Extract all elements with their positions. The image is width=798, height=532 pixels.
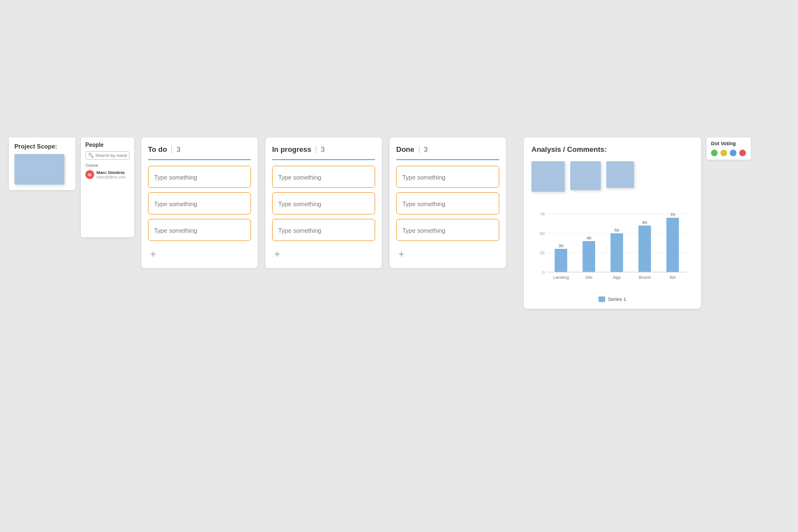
svg-text:App: App [613,275,621,280]
column-header: To do3 [148,145,251,154]
svg-text:25: 25 [540,250,545,255]
people-search-input[interactable] [95,153,127,158]
people-title: People [85,142,130,148]
person-email: marc@dims.com [96,175,126,179]
dots-row [711,150,746,156]
person-item: M Marc Dimitria marc@dims.com [85,170,130,179]
bar-chart: 025507530Landing40Site50App60Board70Bill [531,203,692,294]
kanban-card-input[interactable] [402,174,493,181]
kanban-card-1-0[interactable] [272,166,375,188]
people-online-label: Online [85,163,130,168]
column-title: To do [148,145,167,154]
svg-text:Site: Site [585,275,593,280]
dot-2[interactable] [730,150,736,156]
svg-text:30: 30 [559,243,564,248]
kanban-card-1-1[interactable] [272,192,375,214]
column-divider [419,146,420,154]
svg-rect-11 [582,241,595,272]
svg-text:0: 0 [543,270,545,275]
kanban-column-1: In progress3+ [265,137,382,268]
kanban-board: To do3+In progress3+Done3+ [141,137,506,268]
kanban-card-input[interactable] [154,174,245,181]
column-title: Done [396,145,415,154]
kanban-card-2-1[interactable] [396,192,499,214]
kanban-card-input[interactable] [154,201,245,207]
column-divider [316,146,316,154]
project-scope-title: Project Scope: [14,143,70,150]
project-scope-panel: Project Scope: [9,137,75,190]
svg-text:Bill: Bill [669,275,676,280]
svg-text:50: 50 [615,228,620,233]
svg-text:70: 70 [670,212,675,217]
svg-text:40: 40 [586,236,591,241]
analysis-title: Analysis / Comments: [531,145,693,154]
legend-swatch [598,296,605,302]
search-icon: 🔍 [88,153,94,158]
column-underline [396,159,499,160]
svg-rect-20 [666,218,679,272]
avatar: M [85,170,94,179]
project-scope-sticky [14,154,64,185]
column-count: 3 [321,145,325,154]
people-panel: People 🔍 Online M Marc Dimitria marc@dim… [81,137,134,237]
kanban-card-0-1[interactable] [148,192,251,214]
sticky-note-3 [606,161,634,188]
kanban-column-0: To do3+ [141,137,258,268]
column-header: In progress3 [272,145,375,154]
add-card-button[interactable]: + [396,248,407,262]
svg-rect-14 [611,233,623,272]
dot-voting-panel: Dot Voting [707,137,751,160]
svg-rect-8 [555,249,567,272]
kanban-card-input[interactable] [402,201,493,207]
kanban-card-input[interactable] [278,174,369,181]
svg-text:50: 50 [540,231,545,236]
column-count: 3 [176,145,180,154]
kanban-card-input[interactable] [278,201,369,207]
column-count: 3 [424,145,428,154]
person-name: Marc Dimitria [96,170,126,175]
svg-text:Board: Board [639,275,651,280]
kanban-card-0-2[interactable] [148,219,251,241]
people-search-box[interactable]: 🔍 [85,151,130,160]
kanban-card-2-2[interactable] [396,219,499,241]
add-card-button[interactable]: + [272,248,283,262]
sticky-note-2 [570,161,601,190]
person-info: Marc Dimitria marc@dims.com [96,170,126,179]
kanban-card-1-2[interactable] [272,219,375,241]
column-underline [148,159,251,160]
kanban-card-input[interactable] [154,227,245,234]
stickies-row [531,161,693,192]
column-title: In progress [272,145,311,154]
kanban-card-0-0[interactable] [148,166,251,188]
dot-voting-title: Dot Voting [711,141,746,146]
add-card-button[interactable]: + [148,248,158,262]
column-underline [272,159,375,160]
legend-label: Series 1 [608,296,626,302]
chart-legend: Series 1 [531,296,693,302]
kanban-column-2: Done3+ [390,137,506,268]
sticky-note-1 [531,161,565,192]
column-header: Done3 [396,145,499,154]
kanban-card-input[interactable] [278,227,369,234]
svg-text:Landing: Landing [553,275,569,280]
svg-text:60: 60 [642,220,647,225]
kanban-card-input[interactable] [402,227,493,234]
column-divider [171,146,172,154]
kanban-card-2-0[interactable] [396,166,499,188]
dot-3[interactable] [739,150,746,156]
dot-0[interactable] [711,150,718,156]
analysis-panel: Analysis / Comments: 025507530Landing40S… [524,137,701,309]
svg-text:75: 75 [540,212,545,217]
dot-1[interactable] [720,150,727,156]
svg-rect-17 [638,226,651,272]
